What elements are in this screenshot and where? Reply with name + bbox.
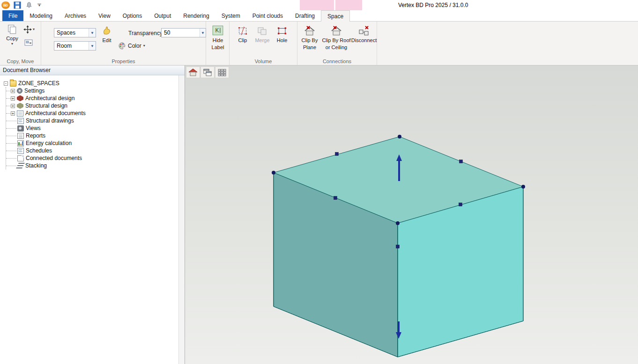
edge-handle[interactable] [334, 197, 337, 200]
house-icon [188, 68, 198, 76]
color-button[interactable]: Color ▾ [119, 41, 145, 51]
edge-handle[interactable] [396, 245, 400, 248]
tree-stub [6, 91, 11, 91]
tab-space[interactable]: Space [321, 10, 350, 22]
tree-row-stacking[interactable]: Stacking [6, 162, 178, 169]
hide-label-button[interactable]: K Hide Label [208, 24, 228, 50]
document-browser-header: Document Browser [0, 66, 185, 75]
group-label-connections: Connections [297, 58, 377, 64]
group-label-copy-move: Copy, Move [0, 58, 41, 64]
expander-icon[interactable]: + [11, 104, 15, 108]
space-category-select[interactable]: Spaces ▼ [54, 28, 96, 37]
folder-open-icon [10, 80, 16, 87]
customize-toolbar-dropdown[interactable]: ▾ [37, 3, 42, 7]
house-x-icon [304, 25, 316, 36]
edit-hand-icon [101, 25, 112, 36]
tree-row-views[interactable]: Views [6, 124, 178, 132]
schedules-icon [17, 148, 24, 154]
disconnect-button[interactable]: Disconnect [352, 25, 376, 44]
edit-button[interactable]: Edit [97, 25, 116, 44]
vertex-handle[interactable] [398, 135, 401, 138]
tab-drafting[interactable]: Drafting [289, 10, 321, 21]
connected-documents-icon [17, 155, 24, 161]
app-logo-icon: BD [1, 1, 10, 9]
viewport-canvas[interactable] [185, 66, 638, 364]
tree-label: Energy calculation [26, 140, 72, 146]
vertex-handle[interactable] [521, 185, 525, 189]
cascade-windows-button[interactable] [200, 66, 215, 78]
tree-row-architectural-documents[interactable]: + Architectural documents [6, 109, 178, 117]
move-button[interactable]: ▾ [23, 25, 35, 34]
tab-point-clouds[interactable]: Point clouds [246, 10, 289, 21]
expander-icon[interactable]: + [11, 89, 15, 93]
move-dropdown-caret: ▾ [33, 28, 35, 31]
tab-system[interactable]: System [215, 10, 246, 21]
cascade-windows-icon [203, 69, 212, 76]
transparency-combo[interactable]: ▼ [161, 28, 206, 37]
tree-stub [6, 98, 11, 99]
tree-row-structural-drawings[interactable]: Structural drawings [6, 117, 178, 124]
clip-by-plane-button[interactable]: Clip By Plane [298, 25, 321, 50]
window-title: Vertex BD Pro 2025 / 31.0.0 [398, 2, 468, 8]
structural-design-icon [17, 103, 23, 109]
tree-stub [6, 106, 11, 106]
tree-row-schedules[interactable]: Schedules [6, 147, 178, 154]
tab-file[interactable]: File [2, 10, 23, 21]
expander-icon[interactable]: + [11, 96, 15, 101]
tree-row-energy-calculation[interactable]: Energy calculation [6, 139, 178, 147]
merge-icon [257, 25, 268, 36]
tree-row-architectural-design[interactable]: + Architectural design [6, 95, 178, 102]
expander-icon[interactable]: - [4, 81, 8, 86]
tree-label: Settings [24, 87, 45, 94]
vertex-handle[interactable] [272, 171, 275, 175]
grid-view-button[interactable] [215, 66, 229, 78]
tree-stub [6, 143, 16, 144]
tree-stub [6, 128, 16, 129]
expander-icon[interactable]: + [11, 111, 15, 116]
move-icon [23, 25, 32, 34]
clip-by-roof-line2: or Ceiling [326, 44, 347, 51]
merge-label: Merge [255, 37, 269, 44]
tree-row-root[interactable]: - ZONE_SPACES [4, 80, 178, 87]
vertex-handle[interactable] [396, 221, 400, 225]
space-cube-scene[interactable] [185, 66, 638, 364]
tree-row-connected-documents[interactable]: Connected documents [6, 154, 178, 162]
stacking-icon [16, 163, 25, 168]
color-palette-icon [119, 42, 126, 50]
clip-by-roof-or-ceiling-button[interactable]: Clip By Roof or Ceiling [322, 25, 351, 50]
edge-handle[interactable] [335, 153, 339, 156]
tree-row-reports[interactable]: Reports [6, 132, 178, 139]
tab-modeling[interactable]: Modeling [23, 10, 59, 21]
views-icon [17, 125, 24, 131]
group-label-volume: Volume [230, 58, 297, 64]
plan-view-button[interactable] [186, 66, 200, 78]
copy-to-clipboard-button[interactable] [24, 39, 33, 46]
tab-archives[interactable]: Archives [59, 10, 92, 21]
merge-button[interactable]: Merge [253, 25, 272, 44]
hole-button[interactable]: Hole [273, 25, 291, 44]
tree-stub [6, 151, 16, 151]
transparency-input[interactable] [162, 29, 200, 36]
space-type-select[interactable]: Room ▼ [54, 41, 96, 51]
tree-row-structural-design[interactable]: + Structural design [6, 102, 178, 109]
svg-text:K: K [215, 27, 219, 34]
save-button[interactable] [13, 1, 22, 9]
tab-view[interactable]: View [92, 10, 117, 21]
tree-row-settings[interactable]: + Settings [6, 87, 178, 95]
transparency-label: Transparency [128, 30, 163, 36]
edge-handle[interactable] [459, 203, 462, 206]
tab-output[interactable]: Output [148, 10, 177, 21]
clip-icon [237, 25, 248, 36]
clip-button[interactable]: Clip [233, 25, 252, 44]
energy-calculation-icon [17, 140, 24, 146]
tree-label: Reports [26, 132, 45, 139]
notifications-button[interactable] [25, 1, 33, 9]
document-tree: - ZONE_SPACES + Settings + Architectural… [0, 75, 178, 364]
edge-handle[interactable] [460, 160, 463, 163]
tree-scrollbar[interactable] [178, 75, 185, 364]
clip-by-roof-line1: Clip By Roof [322, 37, 350, 44]
tab-options[interactable]: Options [117, 10, 148, 21]
tree-label: Structural drawings [26, 117, 74, 124]
tab-rendering[interactable]: Rendering [177, 10, 215, 21]
copy-button[interactable]: Copy ▾ [3, 24, 22, 45]
